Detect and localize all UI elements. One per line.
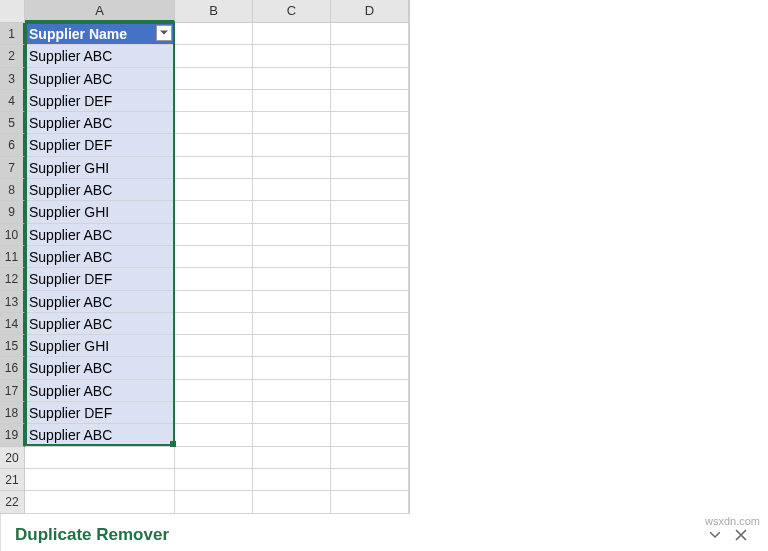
empty-cell[interactable] <box>331 335 409 357</box>
empty-cell[interactable] <box>175 447 253 469</box>
data-cell[interactable]: Supplier DEF <box>25 402 175 424</box>
empty-cell[interactable] <box>175 134 253 156</box>
empty-cell[interactable] <box>175 68 253 90</box>
empty-cell[interactable] <box>253 268 331 290</box>
empty-cell[interactable] <box>253 380 331 402</box>
empty-cell[interactable] <box>175 45 253 67</box>
empty-cell[interactable] <box>331 68 409 90</box>
empty-cell[interactable] <box>175 291 253 313</box>
empty-cell[interactable] <box>331 447 409 469</box>
row-header[interactable]: 14 <box>0 313 25 335</box>
empty-cell[interactable] <box>175 268 253 290</box>
empty-cell[interactable] <box>331 380 409 402</box>
table-header-cell[interactable]: Supplier Name <box>25 23 175 45</box>
data-cell[interactable]: Supplier ABC <box>25 179 175 201</box>
data-cell[interactable]: Supplier DEF <box>25 134 175 156</box>
row-header[interactable]: 2 <box>0 45 25 67</box>
data-cell[interactable]: Supplier ABC <box>25 224 175 246</box>
data-cell[interactable]: Supplier ABC <box>25 313 175 335</box>
row-header[interactable]: 6 <box>0 134 25 156</box>
row-header[interactable]: 4 <box>0 90 25 112</box>
row-header[interactable]: 3 <box>0 68 25 90</box>
empty-cell[interactable] <box>331 90 409 112</box>
row-header[interactable]: 21 <box>0 469 25 491</box>
empty-cell[interactable] <box>175 469 253 491</box>
empty-cell[interactable] <box>331 157 409 179</box>
empty-cell[interactable] <box>331 246 409 268</box>
empty-cell[interactable] <box>175 179 253 201</box>
empty-cell[interactable] <box>253 201 331 223</box>
empty-cell[interactable] <box>253 112 331 134</box>
empty-cell[interactable] <box>253 134 331 156</box>
empty-cell[interactable] <box>253 246 331 268</box>
empty-cell[interactable] <box>175 157 253 179</box>
empty-cell[interactable] <box>253 424 331 446</box>
empty-cell[interactable] <box>253 90 331 112</box>
col-header-a[interactable]: A <box>25 0 175 22</box>
empty-cell[interactable] <box>253 447 331 469</box>
empty-cell[interactable] <box>175 491 253 513</box>
row-header[interactable]: 1 <box>0 23 25 45</box>
empty-cell[interactable] <box>331 268 409 290</box>
row-header[interactable]: 20 <box>0 447 25 469</box>
empty-cell[interactable] <box>331 112 409 134</box>
row-header[interactable]: 12 <box>0 268 25 290</box>
data-cell[interactable]: Supplier GHI <box>25 201 175 223</box>
row-header[interactable]: 9 <box>0 201 25 223</box>
row-header[interactable]: 5 <box>0 112 25 134</box>
data-cell[interactable] <box>25 447 175 469</box>
data-cell[interactable]: Supplier GHI <box>25 335 175 357</box>
row-header[interactable]: 8 <box>0 179 25 201</box>
empty-cell[interactable] <box>253 23 331 45</box>
row-header[interactable]: 11 <box>0 246 25 268</box>
empty-cell[interactable] <box>253 402 331 424</box>
empty-cell[interactable] <box>253 469 331 491</box>
data-cell[interactable]: Supplier GHI <box>25 157 175 179</box>
empty-cell[interactable] <box>253 357 331 379</box>
data-cell[interactable]: Supplier ABC <box>25 291 175 313</box>
data-cell[interactable]: Supplier ABC <box>25 246 175 268</box>
empty-cell[interactable] <box>331 134 409 156</box>
empty-cell[interactable] <box>175 201 253 223</box>
empty-cell[interactable] <box>253 68 331 90</box>
empty-cell[interactable] <box>331 469 409 491</box>
col-header-b[interactable]: B <box>175 0 253 22</box>
empty-cell[interactable] <box>331 402 409 424</box>
empty-cell[interactable] <box>175 224 253 246</box>
empty-cell[interactable] <box>175 90 253 112</box>
empty-cell[interactable] <box>175 380 253 402</box>
row-header[interactable]: 18 <box>0 402 25 424</box>
empty-cell[interactable] <box>331 23 409 45</box>
empty-cell[interactable] <box>175 357 253 379</box>
data-cell[interactable]: Supplier ABC <box>25 380 175 402</box>
empty-cell[interactable] <box>253 224 331 246</box>
empty-cell[interactable] <box>331 224 409 246</box>
col-header-d[interactable]: D <box>331 0 409 22</box>
empty-cell[interactable] <box>253 335 331 357</box>
data-cell[interactable] <box>25 491 175 513</box>
empty-cell[interactable] <box>175 112 253 134</box>
empty-cell[interactable] <box>253 491 331 513</box>
empty-cell[interactable] <box>253 45 331 67</box>
empty-cell[interactable] <box>331 357 409 379</box>
filter-dropdown-icon[interactable] <box>156 25 172 41</box>
data-cell[interactable]: Supplier DEF <box>25 90 175 112</box>
empty-cell[interactable] <box>175 23 253 45</box>
empty-cell[interactable] <box>331 179 409 201</box>
row-header[interactable]: 19 <box>0 424 25 446</box>
empty-cell[interactable] <box>253 313 331 335</box>
row-header[interactable]: 17 <box>0 380 25 402</box>
row-header[interactable]: 7 <box>0 157 25 179</box>
empty-cell[interactable] <box>175 335 253 357</box>
row-header[interactable]: 10 <box>0 224 25 246</box>
data-cell[interactable]: Supplier ABC <box>25 68 175 90</box>
data-cell[interactable]: Supplier ABC <box>25 357 175 379</box>
empty-cell[interactable] <box>175 402 253 424</box>
empty-cell[interactable] <box>331 201 409 223</box>
data-cell[interactable]: Supplier ABC <box>25 45 175 67</box>
empty-cell[interactable] <box>253 291 331 313</box>
row-header[interactable]: 22 <box>0 491 25 513</box>
empty-cell[interactable] <box>253 157 331 179</box>
empty-cell[interactable] <box>175 313 253 335</box>
empty-cell[interactable] <box>331 45 409 67</box>
